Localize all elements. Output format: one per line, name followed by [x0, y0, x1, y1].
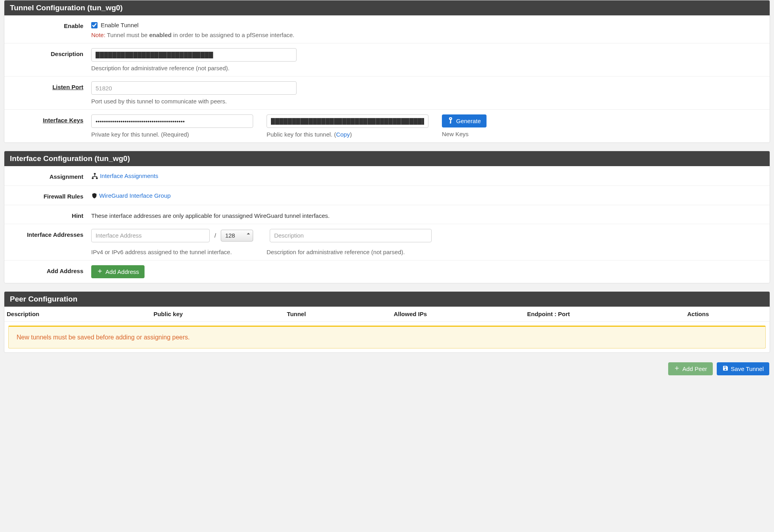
- interface-assignments-link[interactable]: Interface Assignments: [100, 172, 158, 179]
- peer-col-publickey: Public key: [154, 311, 287, 317]
- interface-keys-row: Interface Keys Private key for this tunn…: [4, 110, 770, 142]
- public-key-input[interactable]: [267, 114, 428, 128]
- save-tunnel-button[interactable]: Save Tunnel: [717, 362, 769, 375]
- peer-config-panel: Peer Configuration Description Public ke…: [4, 291, 770, 353]
- slash-separator: /: [213, 232, 218, 239]
- hint-row: Hint These interface addresses are only …: [4, 205, 770, 224]
- generate-keys-button[interactable]: Generate: [442, 114, 487, 127]
- description-label: Description: [4, 48, 91, 71]
- listen-port-label: Listen Port: [4, 81, 91, 105]
- listen-port-row: Listen Port Port used by this tunnel to …: [4, 77, 770, 110]
- description-input[interactable]: [91, 48, 297, 62]
- peer-col-allowedips: Allowed IPs: [394, 311, 527, 317]
- svg-rect-2: [96, 178, 98, 179]
- private-key-help: Private key for this tunnel. (Required): [91, 131, 253, 138]
- peer-col-endpoint: Endpoint : Port: [527, 311, 687, 317]
- assignment-label: Assignment: [4, 171, 91, 181]
- plus-icon: [674, 365, 680, 373]
- hint-label: Hint: [4, 210, 91, 219]
- assignment-row: Assignment Interface Assignments: [4, 166, 770, 186]
- description-help: Description for administrative reference…: [91, 65, 762, 71]
- svg-rect-0: [94, 173, 96, 175]
- svg-rect-1: [92, 178, 94, 179]
- enable-note: Note: Tunnel must be enabled in order to…: [91, 32, 762, 38]
- interface-keys-label: Interface Keys: [4, 114, 91, 138]
- tunnel-config-header: Tunnel Configuration (tun_wg0): [4, 0, 770, 15]
- sitemap-icon: [91, 172, 98, 181]
- enable-label: Enable: [4, 20, 91, 38]
- enable-row: Enable Enable Tunnel Note: Tunnel must b…: [4, 15, 770, 43]
- enable-checkbox-label: Enable Tunnel: [101, 22, 139, 28]
- key-icon: [447, 117, 454, 125]
- firewall-rules-label: Firewall Rules: [4, 191, 91, 200]
- wireguard-interface-group-link[interactable]: WireGuard Interface Group: [99, 192, 171, 199]
- copy-public-key-link[interactable]: Copy: [336, 131, 350, 138]
- add-address-row: Add Address Add Address: [4, 260, 770, 283]
- add-address-button[interactable]: Add Address: [91, 265, 145, 278]
- shield-icon: [91, 193, 98, 200]
- peer-col-actions: Actions: [687, 311, 767, 317]
- public-key-help: Public key for this tunnel. (Copy): [267, 131, 428, 138]
- peer-col-description: Description: [7, 311, 154, 317]
- enable-checkbox[interactable]: [91, 22, 98, 28]
- interface-config-panel: Interface Configuration (tun_wg0) Assign…: [4, 151, 770, 283]
- peer-col-tunnel: Tunnel: [287, 311, 394, 317]
- hint-text: These interface addresses are only appli…: [91, 210, 770, 219]
- plus-icon: [97, 268, 103, 275]
- listen-port-help: Port used by this tunnel to communicate …: [91, 98, 762, 105]
- mask-select[interactable]: 128: [221, 230, 253, 242]
- peer-config-header: Peer Configuration: [4, 292, 770, 307]
- firewall-rules-row: Firewall Rules WireGuard Interface Group: [4, 186, 770, 205]
- note-prefix: Note:: [91, 32, 105, 38]
- add-peer-button[interactable]: Add Peer: [668, 362, 713, 375]
- address-description-input[interactable]: [270, 229, 432, 242]
- tunnel-config-panel: Tunnel Configuration (tun_wg0) Enable En…: [4, 0, 770, 143]
- address-help: IPv4 or IPv6 address assigned to the tun…: [91, 249, 253, 255]
- listen-port-input[interactable]: [91, 81, 297, 95]
- peer-save-alert: New tunnels must be saved before adding …: [8, 326, 766, 348]
- private-key-input[interactable]: [91, 114, 253, 128]
- interface-config-header: Interface Configuration (tun_wg0): [4, 151, 770, 166]
- interface-addresses-row: Interface Addresses / 128 IPv4 or IPv6 a…: [4, 224, 770, 260]
- description-row: Description Description for administrati…: [4, 43, 770, 77]
- new-keys-label: New Keys: [442, 131, 489, 137]
- add-address-label: Add Address: [4, 265, 91, 278]
- interface-addresses-label: Interface Addresses: [4, 229, 91, 255]
- peer-table-header: Description Public key Tunnel Allowed IP…: [4, 307, 770, 322]
- save-icon: [722, 365, 729, 373]
- address-desc-help: Description for administrative reference…: [267, 249, 428, 255]
- footer-buttons: Add Peer Save Tunnel: [4, 361, 770, 383]
- interface-address-input[interactable]: [91, 229, 210, 242]
